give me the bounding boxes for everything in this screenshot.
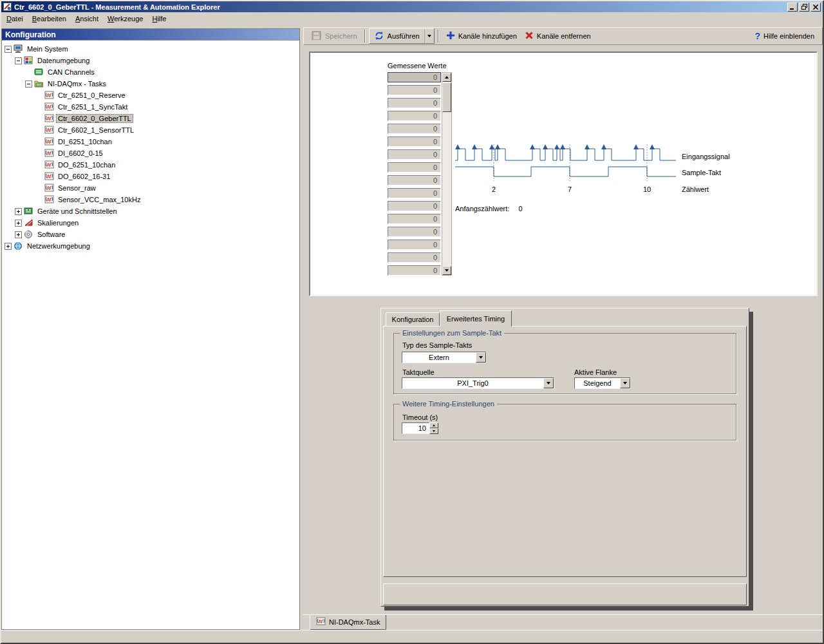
tree-item-task-sensor-vcc-max-10khz[interactable]: Sensor_VCC_max_10kHz <box>2 194 299 205</box>
scroll-up-button[interactable] <box>442 73 451 82</box>
minimize-button[interactable] <box>787 3 798 12</box>
main-panel: Speichern Ausführen Kanäle hinzufügen Ka… <box>303 26 823 630</box>
tree-item-task-sensor-raw[interactable]: Sensor_raw <box>2 182 299 194</box>
tree-item-task-do-6251-10chan[interactable]: DO_6251_10chan <box>2 159 299 171</box>
menu-item[interactable]: Hilfe <box>147 13 171 24</box>
cell-value: 0 <box>433 86 437 94</box>
clock-source-label: Taktquelle <box>402 368 435 376</box>
table-row[interactable]: 0 <box>388 137 441 147</box>
title-bar[interactable]: Ctr_6602_0_GeberTTL - Measurement & Auto… <box>1 1 823 12</box>
cell-value: 0 <box>433 138 437 146</box>
active-edge-select[interactable]: Steigend <box>574 377 631 389</box>
scroll-down-button[interactable] <box>442 266 451 275</box>
add-channels-button[interactable]: Kanäle hinzufügen <box>442 28 521 44</box>
menu-item[interactable]: Werkzeuge <box>103 13 147 24</box>
tree-item-task-ctr-6251-1-synctakt[interactable]: Ctr_6251_1_SyncTakt <box>2 101 299 113</box>
table-row[interactable]: 0 <box>388 149 441 160</box>
task-icon <box>44 195 54 204</box>
combo-dropdown-button[interactable] <box>476 352 486 363</box>
tree-item-software[interactable]: Software <box>2 229 299 240</box>
cell-value: 0 <box>433 73 437 81</box>
cell-value: 0 <box>433 151 437 158</box>
tree-item-task-ctr-6251-0-reserve[interactable]: Ctr_6251_0_Reserve <box>2 90 299 101</box>
configuration-panel: Konfiguration Mein System Datenumgebung … <box>1 28 300 630</box>
save-label: Speichern <box>325 32 357 40</box>
tree-item-task-ctr-6602-1-sensorttl[interactable]: Ctr_6602_1_SensorTTL <box>2 124 299 136</box>
tree-item-task-do-6602-16-31[interactable]: DO_6602_16-31 <box>2 171 299 182</box>
tree-item-datenumgebung[interactable]: Datenumgebung <box>2 55 299 66</box>
initial-count-label: Anfangszählwert: <box>455 205 509 213</box>
table-row[interactable]: 0 <box>388 201 441 211</box>
sample-clock-type-select[interactable]: Extern <box>402 352 487 363</box>
count-tick: 7 <box>568 185 572 193</box>
show-help-button[interactable]: ? Hilfe einblenden <box>751 28 818 44</box>
timeout-value[interactable]: 10 <box>402 422 429 434</box>
tree-item-task-ctr-6602-0-geberttl[interactable]: Ctr_6602_0_GeberTTL <box>2 113 299 124</box>
tree-item-task-di-6602-0-15[interactable]: DI_6602_0-15 <box>2 147 299 159</box>
clock-source-select[interactable]: PXI_Trig0 <box>402 377 554 389</box>
table-row[interactable]: 0 <box>388 162 441 173</box>
menu-item[interactable]: Ansicht <box>71 13 103 24</box>
can-channels-icon <box>34 68 44 77</box>
tree-item-task-di-6251-10chan[interactable]: DI_6251_10chan <box>2 136 299 147</box>
initial-count-value: 0 <box>518 205 522 213</box>
collapse-icon[interactable] <box>15 57 22 64</box>
toolbar-separator <box>364 30 366 43</box>
collapse-icon[interactable] <box>25 80 32 88</box>
tree-item-label: Sensor_raw <box>56 184 98 193</box>
table-row[interactable]: 0 <box>388 188 441 198</box>
task-icon <box>44 137 54 146</box>
restore-button[interactable] <box>799 3 809 12</box>
table-row[interactable]: 0 <box>388 240 441 250</box>
scrollbar-thumb[interactable] <box>442 82 451 112</box>
task-icon <box>44 172 54 181</box>
tab-erweitertes-timing[interactable]: Erweitertes Timing <box>440 310 512 327</box>
cell-value: 0 <box>433 202 437 210</box>
expand-icon[interactable] <box>15 220 22 227</box>
tree-item-netzwerkumgebung[interactable]: Netzwerkumgebung <box>2 240 299 252</box>
collapse-icon[interactable] <box>5 46 12 53</box>
values-scrollbar[interactable] <box>442 72 452 276</box>
table-row[interactable]: 0 <box>388 72 441 82</box>
tree-item-skalierungen[interactable]: Skalierungen <box>2 217 299 229</box>
save-button[interactable]: Speichern <box>308 28 361 44</box>
sample-clock-settings-group: Einstellungen zum Sample-Takt Typ des Sa… <box>393 333 736 394</box>
expand-icon[interactable] <box>15 231 22 238</box>
combo-dropdown-button[interactable] <box>543 378 554 388</box>
timeout-spinner[interactable]: 10 <box>402 422 438 434</box>
tree-item-geraete-und-schnittstellen[interactable]: Geräte und Schnittstellen <box>2 205 299 217</box>
tree-item-label: Datenumgebung <box>35 56 91 65</box>
close-button[interactable] <box>810 3 821 12</box>
table-row[interactable]: 0 <box>388 252 441 263</box>
tree-item-can-channels[interactable]: CAN Channels <box>2 66 299 78</box>
spin-up-button[interactable] <box>429 422 438 428</box>
tab-konfiguration[interactable]: Konfiguration <box>386 312 440 326</box>
advanced-timing-tab-page: Einstellungen zum Sample-Takt Typ des Sa… <box>383 326 747 577</box>
tree-item-label: DO_6602_16-31 <box>56 172 112 181</box>
expand-icon[interactable] <box>15 208 22 215</box>
tree-item-nidaqmx-tasks[interactable]: NI-DAQmx - Tasks <box>2 78 299 90</box>
input-signal-label: Eingangssignal <box>682 153 730 160</box>
menu-item[interactable]: Bearbeiten <box>28 13 71 24</box>
initial-count-line: Anfangszählwert:0 <box>455 205 523 213</box>
table-row[interactable]: 0 <box>388 175 441 185</box>
table-row[interactable]: 0 <box>388 214 441 224</box>
table-row[interactable]: 0 <box>388 85 441 95</box>
table-row[interactable]: 0 <box>388 265 441 276</box>
table-row[interactable]: 0 <box>388 98 441 108</box>
remove-channels-button[interactable]: Kanäle entfernen <box>521 28 595 44</box>
combo-dropdown-button[interactable] <box>620 378 630 388</box>
spin-down-button[interactable] <box>429 428 438 434</box>
expand-icon[interactable] <box>5 243 12 250</box>
run-button[interactable]: Ausführen <box>369 28 435 44</box>
table-row[interactable]: 0 <box>388 124 441 134</box>
cell-value: 0 <box>433 99 437 107</box>
table-row[interactable]: 0 <box>388 227 441 237</box>
tree-item-mein-system[interactable]: Mein System <box>2 43 299 55</box>
task-icon <box>316 617 326 627</box>
status-bar <box>1 630 823 643</box>
tab-nidaqmx-task[interactable]: NI-DAQmx-Task <box>310 615 386 630</box>
menu-item[interactable]: Datei <box>2 13 28 24</box>
run-dropdown-button[interactable] <box>424 29 434 43</box>
table-row[interactable]: 0 <box>388 111 441 121</box>
